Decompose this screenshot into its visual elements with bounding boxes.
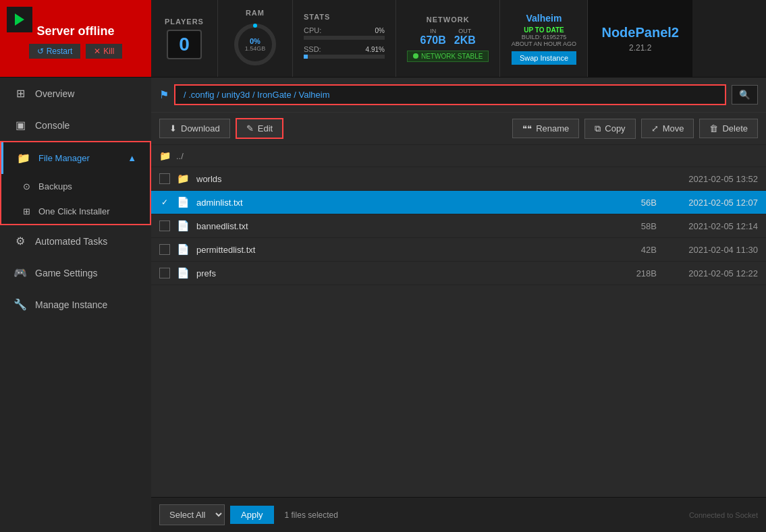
ram-panel: RAM 0% 1.54GB — [218, 0, 293, 77]
sidebar-item-one-click[interactable]: ⊞ One Click Installer — [1, 199, 150, 224]
delete-icon: 🗑 — [709, 123, 718, 134]
file-checkbox-bannedlist[interactable] — [159, 220, 170, 231]
players-value: 0 — [167, 30, 202, 59]
parent-dir-row[interactable]: 📁 ../ — [151, 145, 766, 167]
nodepanel-version: 2.21.2 — [629, 43, 651, 53]
file-list: 📁 ../ 📁 worlds 2021-02-05 13:52 ✓ 📄 admi… — [151, 145, 766, 497]
sidebar-item-automated-tasks[interactable]: ⚙ Automated Tasks — [0, 225, 151, 257]
valheim-title: Valheim — [526, 13, 562, 24]
sidebar-label-automated: Automated Tasks — [35, 236, 107, 247]
overview-icon: ⊞ — [13, 87, 27, 100]
file-date: 2021-02-05 12:22 — [663, 268, 758, 278]
edit-button[interactable]: ✎ Edit — [236, 118, 283, 139]
table-row[interactable]: 📁 worlds 2021-02-05 13:52 — [151, 167, 766, 191]
download-button[interactable]: ⬇ Download — [159, 119, 230, 138]
kill-icon: ✕ — [94, 47, 101, 56]
server-status-panel: Server offline ↺ Restart ✕ Kill — [0, 0, 151, 77]
copy-button[interactable]: ⧉ Copy — [584, 119, 635, 139]
sidebar-label-game-settings: Game Settings — [35, 268, 98, 278]
sidebar-label-manage: Manage Instance — [35, 299, 107, 310]
table-row[interactable]: ✓ 📄 adminlist.txt 56B 2021-02-05 12:07 — [151, 191, 766, 214]
table-row[interactable]: 📄 prefs 218B 2021-02-05 12:22 — [151, 262, 766, 285]
move-icon: ⤢ — [651, 123, 659, 134]
file-name: adminlist.txt — [196, 198, 609, 208]
file-size: 218B — [616, 268, 657, 278]
sidebar-label-console: Console — [35, 120, 70, 131]
start-button[interactable] — [7, 7, 32, 32]
breadcrumb-path[interactable]: / .config / unity3d / IronGate / Valheim — [174, 84, 726, 105]
sidebar-label-file-manager: File Manager — [38, 153, 90, 163]
sidebar-item-console[interactable]: ▣ Console — [0, 109, 151, 141]
rename-button[interactable]: ❝❝ Rename — [512, 119, 579, 138]
sidebar-item-game-settings[interactable]: 🎮 Game Settings — [0, 257, 151, 289]
automated-icon: ⚙ — [13, 235, 27, 247]
status-dot-icon — [413, 53, 418, 59]
network-label: NETWORK — [427, 16, 470, 24]
svg-point-0 — [236, 26, 274, 63]
file-icon: 📄 — [177, 196, 190, 208]
restart-button[interactable]: ↺ Restart — [29, 44, 81, 59]
copy-icon: ⧉ — [595, 123, 601, 134]
file-icon: 📄 — [177, 220, 190, 232]
selected-count: 1 files selected — [285, 510, 338, 520]
file-size: 58B — [616, 221, 657, 231]
table-row[interactable]: 📄 permittedlist.txt 42B 2021-02-04 11:30 — [151, 238, 766, 262]
nodepanel-logo: NodePanel2 — [601, 25, 678, 40]
table-row[interactable]: 📄 bannedlist.txt 58B 2021-02-05 12:14 — [151, 214, 766, 238]
players-label: PLAYERS — [165, 18, 204, 26]
ssd-bar — [304, 55, 308, 59]
folder-icon: 📁 — [177, 173, 190, 185]
stats-section: PLAYERS 0 RAM 0% 1.54GB STATS — [151, 0, 766, 77]
file-checkbox-worlds[interactable] — [159, 173, 170, 184]
file-icon: 📄 — [177, 243, 190, 256]
rename-icon: ❝❝ — [522, 123, 532, 134]
file-checkbox-permittedlist[interactable] — [159, 244, 170, 255]
kill-button[interactable]: ✕ Kill — [86, 44, 122, 59]
file-icon: 📄 — [177, 267, 190, 279]
sidebar-label-overview: Overview — [35, 88, 74, 99]
restart-icon: ↺ — [37, 47, 44, 56]
sidebar-item-overview[interactable]: ⊞ Overview — [0, 78, 151, 109]
file-size: 56B — [616, 198, 657, 208]
ssd-stat: SSD: 4.91% — [304, 45, 385, 59]
ram-gauge: 0% 1.54GB — [231, 21, 279, 68]
sidebar-item-manage-instance[interactable]: 🔧 Manage Instance — [0, 289, 151, 320]
sidebar-item-backups[interactable]: ⊙ Backups — [1, 174, 150, 199]
file-checkbox-prefs[interactable] — [159, 268, 170, 278]
file-date: 2021-02-04 11:30 — [663, 245, 758, 255]
nodepanel-logo-panel: NodePanel2 2.21.2 — [588, 0, 692, 77]
game-settings-icon: 🎮 — [13, 266, 27, 279]
file-name: permittedlist.txt — [196, 245, 609, 255]
file-date: 2021-02-05 12:14 — [663, 221, 758, 231]
players-panel: PLAYERS 0 — [151, 0, 218, 77]
breadcrumb-bar: ⚑ / .config / unity3d / IronGate / Valhe… — [151, 78, 766, 113]
build-time: ABOUT AN HOUR AGO — [512, 40, 576, 47]
expand-arrow-icon: ▲ — [128, 153, 136, 163]
move-button[interactable]: ⤢ Move — [641, 119, 694, 138]
file-checkbox-adminlist[interactable]: ✓ — [159, 197, 170, 208]
toolbar: ⬇ Download ✎ Edit ❝❝ Rename ⧉ Copy ⤢ Mov… — [151, 113, 766, 145]
download-icon: ⬇ — [169, 123, 177, 134]
delete-button[interactable]: 🗑 Delete — [699, 119, 758, 138]
cpu-ssd-panel: STATS CPU: 0% SSD: 4.91% — [293, 0, 396, 77]
cpu-stat: CPU: 0% — [304, 26, 385, 40]
file-name: bannedlist.txt — [196, 221, 609, 231]
select-all-dropdown[interactable]: Select All — [159, 504, 225, 525]
manage-icon: 🔧 — [13, 298, 27, 311]
valheim-panel: Valheim UP TO DATE BUILD: 6195275 ABOUT … — [500, 0, 588, 77]
file-date: 2021-02-05 12:07 — [663, 198, 758, 208]
apply-button[interactable]: Apply — [230, 506, 274, 524]
up-to-date-badge: UP TO DATE — [524, 26, 564, 34]
file-manager-icon: 📁 — [17, 152, 30, 165]
sidebar-label-one-click: One Click Installer — [38, 206, 109, 216]
sidebar-item-file-manager[interactable]: 📁 File Manager ▲ — [1, 142, 150, 174]
one-click-icon: ⊞ — [23, 206, 30, 216]
file-name: prefs — [196, 268, 609, 278]
sidebar-label-backups: Backups — [38, 181, 72, 191]
ram-label: RAM — [246, 9, 265, 17]
swap-instance-button[interactable]: Swap Instance — [512, 51, 576, 65]
edit-icon: ✎ — [246, 123, 254, 134]
search-button[interactable]: 🔍 — [732, 85, 758, 105]
bottom-bar: Select All Apply 1 files selected Connec… — [151, 497, 766, 532]
server-title: Server offline — [36, 24, 114, 38]
